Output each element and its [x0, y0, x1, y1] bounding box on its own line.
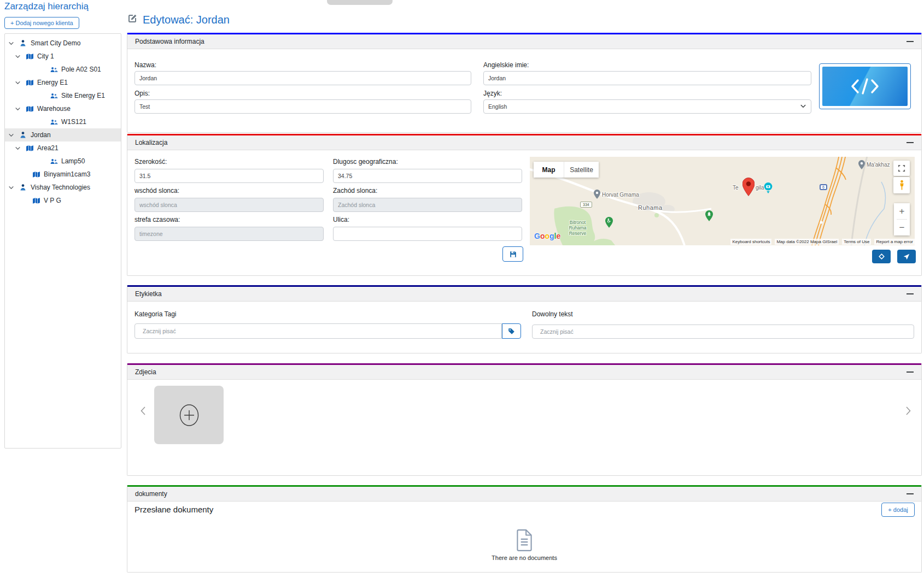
camera-pin-icon — [764, 182, 773, 196]
area-icon — [32, 171, 40, 178]
tree-item-label: Jordan — [31, 132, 51, 138]
save-location-button[interactable] — [502, 246, 523, 262]
tree-item-vishay-technologies[interactable]: Vishay Technologies — [5, 181, 121, 194]
map-type-map-button[interactable]: Map — [534, 162, 564, 178]
name-label: Nazwa: — [134, 61, 156, 69]
carousel-prev-icon[interactable] — [139, 406, 147, 418]
map-label-maakhaz: Ma'akhaz — [867, 162, 890, 168]
card-location: Lokalizacja Szerokość: Dlugosc geografic… — [127, 134, 922, 276]
map-label-horvat: Horvat Gmama — [602, 192, 639, 198]
client-icon — [19, 184, 27, 191]
navigation-arrow-icon — [903, 253, 910, 260]
no-documents-text: There are no documents — [492, 555, 557, 561]
language-select[interactable]: English — [483, 99, 811, 114]
english-name-input[interactable] — [483, 71, 811, 85]
tree-item-energy-e1[interactable]: Energy E1 — [5, 76, 121, 89]
tree-item-label: Binyamin1cam3 — [44, 171, 90, 178]
chevron-down-icon[interactable] — [8, 40, 15, 46]
tree-item-area21[interactable]: Area21 — [5, 141, 121, 155]
tree-item-warehouse[interactable]: Warehouse — [5, 102, 121, 115]
collapse-icon[interactable] — [907, 371, 914, 373]
poi-pin-icon — [858, 160, 865, 172]
zoom-in-button[interactable]: + — [894, 203, 910, 219]
chevron-down-icon[interactable] — [8, 184, 15, 191]
chevron-down-icon[interactable] — [14, 79, 21, 86]
card-photos: Zdjecia — [127, 363, 922, 476]
client-icon — [19, 131, 27, 139]
area-icon — [25, 79, 34, 86]
chevron-down-icon[interactable] — [14, 105, 21, 112]
client-icon — [19, 39, 27, 47]
name-input[interactable] — [134, 71, 471, 85]
tree-item-pole-a02-s01[interactable]: Pole A02 S01 — [5, 63, 121, 76]
tree-item-label: City 1 — [37, 53, 54, 60]
map-type-satellite-button[interactable]: Satellite — [564, 162, 599, 178]
navigate-button[interactable] — [897, 250, 916, 263]
street-input[interactable] — [333, 227, 522, 241]
chevron-down-icon[interactable] — [8, 132, 15, 138]
free-text-input[interactable] — [532, 325, 914, 339]
card-basic-title: Podstawowa informacja — [135, 38, 204, 45]
tree-item-jordan[interactable]: Jordan — [5, 128, 121, 141]
tree-item-lamp50[interactable]: Lamp50 — [5, 155, 121, 168]
map-label-ruhama: Ruhama — [638, 204, 663, 211]
tree-spacer — [21, 197, 28, 204]
longitude-input[interactable] — [333, 169, 522, 183]
area-icon — [25, 145, 34, 152]
site-icon — [49, 66, 58, 73]
description-input[interactable] — [134, 99, 471, 114]
area-icon — [25, 53, 34, 60]
collapse-icon[interactable] — [907, 293, 914, 294]
add-document-button[interactable]: + dodaj — [881, 503, 915, 517]
carousel-next-icon[interactable] — [904, 406, 912, 418]
uploaded-docs-heading: Przesłane dokumenty — [134, 505, 213, 514]
sunset-input — [333, 198, 522, 212]
card-documents-title: dokumenty — [135, 490, 167, 498]
tree-item-site-energy-e1[interactable]: Site Energy E1 — [5, 89, 121, 102]
add-photo-tile[interactable] — [154, 386, 224, 444]
zoom-control: + − — [894, 203, 910, 235]
main-content: Edytować: Jordan Podstawowa informacja N… — [127, 0, 922, 578]
google-logo: Google — [534, 232, 560, 240]
collapse-icon[interactable] — [907, 142, 914, 143]
collapse-icon[interactable] — [907, 493, 914, 494]
tree-item-city-1[interactable]: City 1 — [5, 50, 121, 63]
page-header: Edytować: Jordan — [127, 13, 230, 26]
street-label: Ulica: — [333, 216, 349, 223]
tree-item-w1s121[interactable]: W1S121 — [5, 115, 121, 128]
waypoint-button[interactable] — [872, 250, 891, 263]
route-badge-334: 334 — [580, 202, 592, 208]
red-marker-icon[interactable] — [742, 178, 755, 198]
document-icon — [515, 529, 534, 552]
terms-link[interactable]: Terms of Use — [842, 239, 871, 245]
map-type-control: Map Satellite — [534, 162, 599, 178]
tree-item-v-p-g[interactable]: V P G — [5, 194, 121, 207]
keyboard-shortcuts-link[interactable]: Keyboard shortcuts — [730, 239, 771, 245]
google-map[interactable]: Horvat Gmama 334 Ruhama Bitronot Ruhama … — [530, 157, 915, 245]
chevron-down-icon[interactable] — [14, 53, 21, 60]
english-name-label: Angielskie imie: — [483, 61, 529, 69]
client-image-button[interactable] — [819, 63, 911, 109]
tree-item-label: Warehouse — [37, 105, 71, 112]
chevron-down-icon[interactable] — [14, 145, 21, 151]
category-tags-button[interactable] — [502, 323, 521, 339]
report-error-link[interactable]: Report a map error — [874, 239, 915, 245]
code-image — [822, 67, 908, 106]
tag-icon — [508, 328, 515, 335]
add-client-button[interactable]: + Dodaj nowego klienta — [4, 17, 79, 29]
collapse-icon[interactable] — [907, 41, 914, 42]
tree-item-smart-city-demo[interactable]: Smart City Demo — [5, 37, 121, 50]
pegman-button[interactable] — [893, 177, 910, 193]
category-tags-input[interactable] — [134, 323, 502, 339]
tree-item-binyamin1cam3[interactable]: Binyamin1cam3 — [5, 168, 121, 181]
language-select-value: English — [488, 103, 507, 110]
tree-item-label: Pole A02 S01 — [61, 66, 101, 73]
zoom-out-button[interactable]: − — [894, 220, 910, 235]
tree-item-label: Smart City Demo — [31, 40, 80, 46]
description-label: Opis: — [134, 90, 150, 97]
latitude-input[interactable] — [134, 169, 324, 183]
fullscreen-button[interactable] — [893, 161, 910, 176]
tree-spacer — [38, 66, 45, 73]
tree-item-label: Area21 — [37, 145, 59, 151]
hierarchy-tree: Smart City DemoCity 1Pole A02 S01Energy … — [4, 33, 121, 449]
